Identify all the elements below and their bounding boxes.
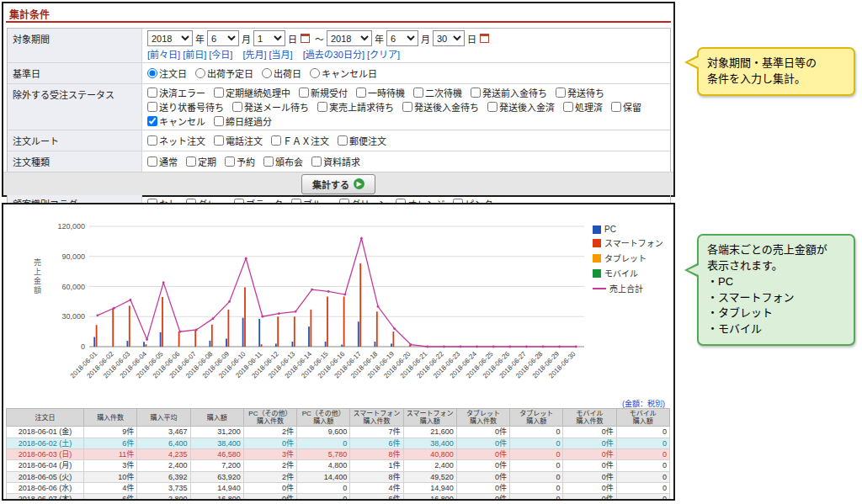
- checkbox-input[interactable]: [563, 102, 573, 112]
- checkbox-input[interactable]: [232, 102, 242, 112]
- checkbox-input[interactable]: [147, 116, 157, 126]
- checkbox-input[interactable]: [356, 88, 366, 98]
- form-row-base-date: 基準日 注文日出荷予定日出荷日キャンセル日: [8, 63, 670, 84]
- start-month-select[interactable]: 6: [207, 30, 239, 46]
- checkbox-input[interactable]: [413, 88, 423, 98]
- bar-PC: [358, 321, 359, 347]
- checkbox-input[interactable]: [556, 88, 566, 98]
- checkbox-input[interactable]: [317, 102, 327, 112]
- checkbox-input[interactable]: [225, 157, 235, 167]
- radio-option[interactable]: 出荷日: [262, 66, 301, 80]
- bar-スマートフォン: [311, 310, 312, 347]
- checkbox-option[interactable]: 発送後入金済: [487, 100, 555, 114]
- radio-input[interactable]: [147, 68, 157, 78]
- checkbox-option[interactable]: 定期: [186, 155, 216, 168]
- period-content: 2018 年 6 月 1 日 ～ 2018 年 6 月 30 日 [前々日][前…: [142, 29, 670, 62]
- table-cell: 40,800: [403, 449, 456, 460]
- checkbox-option[interactable]: 電話注文: [214, 134, 263, 147]
- quick-link[interactable]: [前々日]: [147, 50, 180, 60]
- checkbox-input[interactable]: [147, 135, 157, 146]
- checkbox-input[interactable]: [311, 157, 322, 167]
- table-cell: 2,400: [137, 460, 190, 471]
- aggregate-button[interactable]: 集計する ▶: [301, 174, 375, 194]
- checkbox-input[interactable]: [214, 135, 224, 146]
- checkbox-option[interactable]: 二次待機: [413, 86, 462, 99]
- checkbox-option[interactable]: 資料請求: [311, 155, 360, 168]
- bar-スマートフォン: [244, 287, 246, 347]
- checkbox-option[interactable]: 実売上請求待ち: [317, 100, 394, 114]
- checkbox-input[interactable]: [214, 116, 224, 126]
- y-tick-label: 0: [81, 342, 85, 351]
- bar-スマートフォン: [277, 316, 279, 347]
- checkbox-option[interactable]: 締日経過分: [214, 114, 272, 128]
- checkbox-input[interactable]: [147, 102, 157, 112]
- option-label: 発送メール待ち: [244, 100, 309, 114]
- option-label: 処理済: [575, 100, 603, 114]
- checkbox-input[interactable]: [271, 135, 281, 146]
- table-cell: 4件: [350, 483, 403, 494]
- checkbox-option[interactable]: 発送前入金待ち: [471, 86, 547, 99]
- calendar-icon-2[interactable]: [480, 34, 489, 43]
- end-day-select[interactable]: 30: [433, 30, 465, 46]
- quick-link[interactable]: [今日]: [209, 50, 232, 60]
- start-day-select[interactable]: 1: [253, 30, 285, 46]
- table-cell: 0件: [456, 471, 509, 482]
- table-row: 2018-06-01 (金)9件3,46731,2002件9,6007件21,6…: [7, 427, 670, 438]
- end-month-select[interactable]: 6: [386, 30, 418, 46]
- radio-input[interactable]: [310, 68, 320, 78]
- checkbox-option[interactable]: 頒布会: [263, 155, 303, 168]
- checkbox-option[interactable]: ネット注文: [147, 134, 205, 147]
- bar-スマートフォン: [393, 332, 395, 347]
- checkbox-option[interactable]: 新規受付: [299, 86, 348, 99]
- table-cell: 0: [616, 449, 669, 460]
- checkbox-input[interactable]: [263, 157, 274, 167]
- checkbox-option[interactable]: 処理済: [563, 100, 603, 114]
- table-cell: 4件: [84, 483, 137, 494]
- table-cell: 46,580: [190, 449, 243, 460]
- radio-input[interactable]: [262, 68, 272, 78]
- end-year-select[interactable]: 2018: [327, 30, 372, 46]
- checkbox-option[interactable]: 郵便注文: [338, 134, 386, 147]
- radio-option[interactable]: 出荷予定日: [195, 66, 253, 80]
- callout-line: 各端末ごとの売上金額が: [707, 242, 845, 258]
- order-route-options: ネット注文電話注文ＦＡＸ注文郵便注文: [142, 130, 670, 151]
- quick-link[interactable]: [過去の30日分]: [303, 50, 364, 60]
- checkbox-input[interactable]: [147, 157, 157, 167]
- checkbox-input[interactable]: [471, 88, 481, 98]
- radio-option[interactable]: キャンセル日: [310, 66, 377, 80]
- checkbox-input[interactable]: [147, 88, 157, 98]
- checkbox-option[interactable]: 送り状番号待ち: [147, 100, 224, 114]
- checkbox-input[interactable]: [611, 102, 621, 112]
- checkbox-option[interactable]: 定期継続処理中: [214, 86, 290, 99]
- checkbox-option[interactable]: 決済エラー: [147, 86, 205, 99]
- table-row: 2018-06-06 (水)4件3,73514,9400件04件14,9400件…: [7, 483, 670, 494]
- quick-link[interactable]: [前日]: [183, 50, 206, 60]
- checkbox-option[interactable]: キャンセル: [147, 114, 205, 128]
- radio-input[interactable]: [195, 68, 205, 78]
- quick-link[interactable]: [先月]: [242, 50, 266, 60]
- checkbox-option[interactable]: 予約: [225, 155, 255, 168]
- calendar-icon[interactable]: [301, 34, 310, 43]
- checkbox-option[interactable]: ＦＡＸ注文: [271, 134, 329, 147]
- checkbox-option[interactable]: 発送待ち: [556, 86, 604, 99]
- start-year-select[interactable]: 2018: [147, 30, 193, 46]
- checkbox-option[interactable]: 保留: [611, 100, 641, 114]
- table-cell: 2018-06-03 (日): [7, 449, 84, 460]
- checkbox-input[interactable]: [338, 135, 348, 146]
- quick-link[interactable]: [クリア]: [367, 50, 400, 60]
- checkbox-input[interactable]: [186, 157, 196, 167]
- checkbox-input[interactable]: [487, 102, 498, 112]
- checkbox-option[interactable]: 発送メール待ち: [232, 100, 309, 114]
- checkbox-option[interactable]: 一時待機: [356, 86, 405, 99]
- table-cell: 0件: [563, 483, 616, 494]
- checkbox-option[interactable]: 発送後入金待ち: [402, 100, 479, 114]
- checkbox-input[interactable]: [214, 88, 224, 98]
- table-cell: 2018-06-02 (土): [7, 438, 84, 448]
- line-point: [278, 312, 280, 315]
- quick-link[interactable]: [当月]: [269, 50, 293, 60]
- checkbox-input[interactable]: [402, 102, 412, 112]
- checkbox-option[interactable]: 通常: [147, 155, 178, 168]
- checkbox-input[interactable]: [299, 88, 309, 98]
- callout-pointer-icon: [688, 57, 699, 67]
- radio-option[interactable]: 注文日: [147, 66, 187, 80]
